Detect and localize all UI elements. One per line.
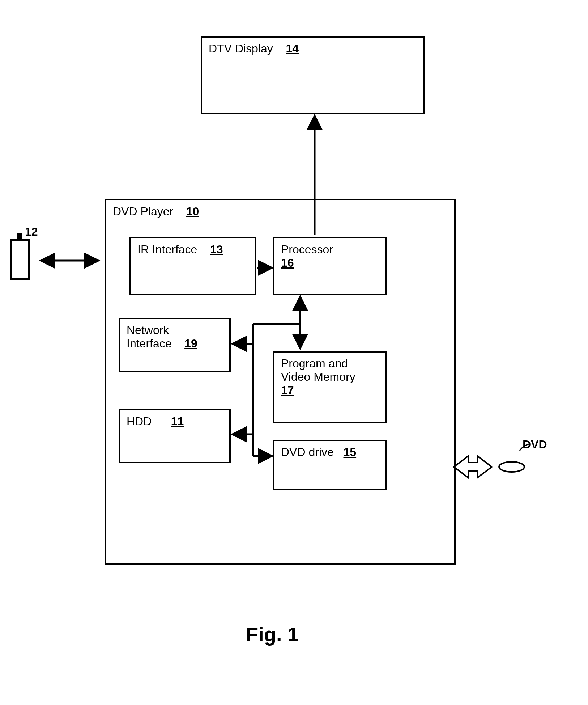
dtv-display-num: 14 (286, 42, 299, 55)
dvd-drive-title: DVD drive (281, 446, 334, 459)
network-interface-num: 19 (184, 337, 197, 350)
dvd-disc-icon (499, 462, 524, 472)
memory-box: Program and Video Memory 17 (273, 351, 387, 423)
diagram-canvas: DTV Display 14 DVD Player 10 IR Interfac… (0, 0, 588, 705)
dtv-display-box: DTV Display 14 (201, 36, 425, 114)
dvd-drive-num: 15 (343, 446, 356, 459)
ir-interface-num: 13 (210, 243, 223, 256)
dvd-player-title: DVD Player (113, 205, 173, 218)
remote-body-icon (11, 240, 29, 279)
hdd-box: HDD 11 (119, 409, 231, 463)
remote-number-label: 12 (25, 225, 38, 238)
processor-box: Processor 16 (273, 237, 387, 295)
dtv-display-title: DTV Display (209, 42, 273, 55)
memory-title2: Video Memory (281, 370, 355, 383)
memory-num: 17 (281, 384, 294, 397)
hdd-title: HDD (127, 415, 152, 428)
ir-interface-box: IR Interface 13 (129, 237, 256, 295)
ir-interface-title: IR Interface (137, 243, 197, 256)
processor-title: Processor (281, 243, 333, 256)
remote-antenna-icon (17, 233, 22, 240)
dvddrive-to-disc-open-arrow (454, 456, 492, 478)
dvd-disc-label: DVD (523, 438, 547, 451)
memory-title1: Program and (281, 357, 348, 370)
network-interface-title1: Network (127, 324, 169, 337)
network-interface-title2: Interface (127, 337, 172, 350)
dvd-drive-box: DVD drive 15 (273, 440, 387, 490)
figure-caption: Fig. 1 (246, 622, 299, 646)
processor-num: 16 (281, 256, 294, 269)
dvd-player-num: 10 (186, 205, 199, 218)
network-interface-box: Network Interface 19 (119, 318, 231, 372)
hdd-num: 11 (171, 415, 184, 428)
